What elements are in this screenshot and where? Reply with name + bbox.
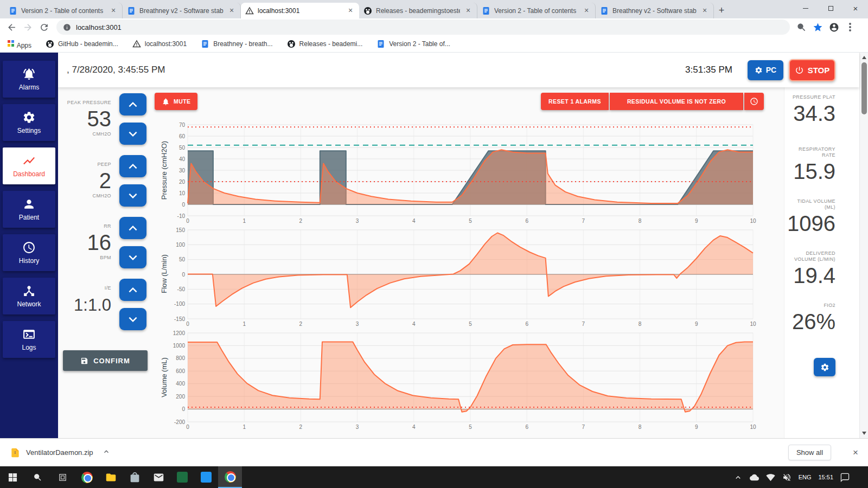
svg-text:9: 9 — [695, 424, 698, 430]
scrollbar-thumb[interactable] — [861, 62, 867, 114]
bookmark-star-button[interactable] — [809, 20, 826, 35]
taskbar-app-mail[interactable] — [146, 466, 170, 488]
taskbar-app-chrome-active[interactable] — [218, 466, 242, 488]
browser-tab[interactable]: Releases - beademingstoeste × — [359, 3, 477, 18]
scroll-down-arrow[interactable] — [862, 432, 866, 435]
header-datetime: , 7/28/2020, 3:45:55 PM — [67, 65, 165, 75]
reading-fio2: FIO2 26% — [789, 303, 835, 347]
tray-chevron-up-icon[interactable] — [733, 473, 743, 482]
language-indicator[interactable]: ENG — [799, 474, 812, 480]
bookmark-version2[interactable]: Version 2 - Table of... — [376, 40, 450, 48]
measurements-settings-button[interactable] — [814, 358, 835, 376]
page-scrollbar[interactable] — [859, 53, 868, 438]
wifi-icon[interactable] — [766, 473, 775, 482]
show-all-downloads-button[interactable]: Show all — [788, 445, 831, 460]
window-maximize-button[interactable] — [818, 0, 843, 16]
taskbar-search-button[interactable] — [25, 466, 50, 488]
tab-close-icon[interactable]: × — [582, 7, 591, 15]
alarm-bar: MUTE RESET 1 ALARMS RESIDUAL VOLUME IS N… — [155, 92, 764, 111]
taskbar-app-excel[interactable] — [170, 466, 194, 488]
tab-close-icon[interactable]: × — [464, 7, 473, 15]
taskbar-app-file-explorer[interactable] — [99, 466, 123, 488]
svg-text:0: 0 — [182, 406, 185, 412]
window-controls: × — [793, 0, 868, 16]
volume-muted-icon[interactable] — [782, 473, 792, 482]
tab-title: Version 2 - Table of contents — [21, 7, 105, 15]
address-bar[interactable]: localhost:3001 — [56, 20, 790, 35]
sidebar-label: Logs — [22, 344, 36, 351]
scroll-up-arrow[interactable] — [862, 56, 866, 59]
peep-decrease-button[interactable] — [119, 184, 146, 207]
svg-text:3: 3 — [356, 218, 359, 224]
confirm-button[interactable]: CONFIRM — [63, 350, 148, 371]
tab-close-icon[interactable]: × — [109, 7, 118, 15]
new-tab-button[interactable]: + — [714, 3, 729, 18]
alarm-history-button[interactable] — [744, 93, 764, 110]
taskbar-app-store[interactable] — [123, 466, 146, 488]
pc-settings-button[interactable]: PC — [748, 60, 783, 80]
action-center-icon[interactable] — [840, 473, 850, 482]
start-button[interactable] — [0, 466, 25, 488]
svg-text:1: 1 — [242, 424, 246, 430]
ie-decrease-button[interactable] — [119, 308, 146, 330]
tab-close-icon[interactable]: × — [227, 7, 236, 15]
reset-alarms-button[interactable]: RESET 1 ALARMS — [541, 93, 609, 110]
svg-text:5: 5 — [469, 321, 472, 327]
download-shelf: VentilatorDaemon.zip Show all × — [0, 438, 868, 466]
taskbar-app-chrome[interactable] — [75, 466, 99, 488]
peep-increase-button[interactable] — [119, 155, 146, 177]
forward-button[interactable] — [20, 20, 36, 35]
taskbar-clock[interactable]: 15:51 — [818, 474, 833, 480]
zoom-button[interactable] — [793, 20, 809, 35]
reload-button[interactable] — [36, 20, 52, 35]
rr-increase-button[interactable] — [119, 217, 146, 239]
peak-pressure-decrease-button[interactable] — [119, 123, 146, 145]
back-button[interactable] — [3, 20, 20, 35]
clock-icon — [22, 241, 36, 254]
ie-increase-button[interactable] — [119, 279, 146, 301]
sidebar-item-patient[interactable]: Patient — [3, 191, 55, 228]
rr-decrease-button[interactable] — [119, 246, 146, 268]
browser-tab[interactable]: Breathney v2 - Software stab × — [596, 3, 714, 18]
browser-tab[interactable]: Version 2 - Table of contents × — [4, 3, 123, 18]
sidebar-item-alarms[interactable]: Alarms — [3, 61, 55, 98]
svg-text:2: 2 — [299, 218, 303, 224]
terminal-icon — [22, 328, 36, 341]
bookmark-releases[interactable]: Releases - beademi... — [287, 40, 363, 48]
bookmark-apps[interactable]: Apps — [7, 39, 31, 49]
svg-text:50: 50 — [179, 256, 186, 262]
browser-tab[interactable]: Version 2 - Table of contents × — [477, 3, 596, 18]
tab-close-icon[interactable]: × — [346, 7, 355, 15]
peak-pressure-increase-button[interactable] — [119, 93, 146, 115]
download-shelf-close-icon[interactable]: × — [853, 447, 858, 458]
stop-button[interactable]: STOP — [789, 59, 835, 81]
person-icon — [22, 197, 36, 211]
sidebar-item-settings[interactable]: Settings — [3, 104, 55, 141]
reading-label: PRESSURE PLAT — [789, 94, 835, 100]
browser-menu-button[interactable] — [842, 20, 858, 35]
onedrive-cloud-icon[interactable] — [750, 473, 759, 482]
bookmark-breathney[interactable]: Breathney - breath... — [201, 40, 272, 48]
sidebar-item-logs[interactable]: Logs — [3, 321, 55, 358]
mute-button[interactable]: MUTE — [155, 93, 197, 110]
profile-avatar[interactable] — [826, 20, 842, 35]
reading-pressure-plat: PRESSURE PLAT 34.3 — [789, 94, 835, 139]
bookmark-localhost[interactable]: localhost:3001 — [132, 40, 187, 48]
reading-value: 19.4 — [793, 263, 835, 288]
browser-tab[interactable]: Breathney v2 - Software stab × — [123, 3, 241, 18]
bookmark-github[interactable]: GitHub - beademin... — [46, 40, 118, 48]
sidebar-item-dashboard[interactable]: Dashboard — [3, 147, 55, 184]
taskbar-app-vscode[interactable] — [194, 466, 218, 488]
sidebar-item-history[interactable]: History — [3, 234, 55, 271]
window-close-button[interactable]: × — [843, 0, 868, 16]
task-view-button[interactable] — [50, 466, 75, 488]
download-menu-button[interactable] — [99, 447, 111, 458]
tab-close-icon[interactable]: × — [700, 7, 709, 15]
download-item[interactable]: VentilatorDaemon.zip — [10, 447, 111, 458]
browser-tab-active[interactable]: localhost:3001 × — [241, 3, 359, 18]
sidebar-item-network[interactable]: Network — [3, 278, 55, 314]
window-minimize-button[interactable] — [793, 0, 818, 16]
github-icon — [287, 40, 296, 48]
svg-text:6: 6 — [525, 424, 528, 430]
forward-arrow-icon — [23, 22, 33, 33]
